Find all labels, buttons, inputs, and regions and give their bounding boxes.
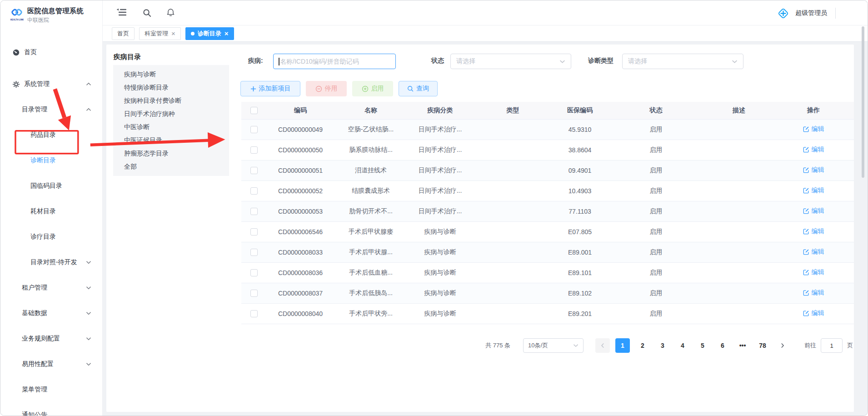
add-item-button[interactable]: 添加新项目 xyxy=(240,81,300,96)
tab-诊断目录[interactable]: 诊断目录× xyxy=(185,27,234,40)
page-button-2[interactable]: 2 xyxy=(635,338,650,353)
sidebar-item-label: 耗材目录 xyxy=(30,207,56,216)
disable-button[interactable]: 停用 xyxy=(306,81,347,96)
next-page-button[interactable] xyxy=(775,338,790,353)
catalog-item-疾病与诊断[interactable]: 疾病与诊断 xyxy=(113,68,229,81)
sidebar-item-首页[interactable]: 首页 xyxy=(0,40,102,65)
catalog-item-全部[interactable]: 全部 xyxy=(113,160,229,173)
medical-code-cell: 09.4901 xyxy=(553,160,607,180)
code-cell: CD0000000053 xyxy=(266,201,334,221)
page-button-1[interactable]: 1 xyxy=(615,338,630,353)
catalog-item-特慢病诊断目录[interactable]: 特慢病诊断目录 xyxy=(113,81,229,94)
sidebar-item-系统管理[interactable]: 系统管理 xyxy=(0,71,102,97)
collapse-sidebar-icon[interactable] xyxy=(116,8,126,16)
edit-button[interactable]: 编辑 xyxy=(803,186,824,195)
chevron-down-icon xyxy=(86,261,91,264)
tab-科室管理[interactable]: 科室管理× xyxy=(139,27,181,40)
row-checkbox[interactable] xyxy=(250,187,258,195)
chevron-down-icon xyxy=(573,344,579,347)
total-count: 共 775 条 xyxy=(485,341,510,350)
code-cell: CD0000000050 xyxy=(266,140,334,160)
type-cell xyxy=(473,160,553,180)
row-checkbox[interactable] xyxy=(250,310,258,317)
edit-button[interactable]: 编辑 xyxy=(803,309,824,317)
prev-page-button[interactable] xyxy=(595,338,610,353)
catalog-item-肿瘤形态学目录[interactable]: 肿瘤形态学目录 xyxy=(113,147,229,160)
page-button-4[interactable]: 4 xyxy=(675,338,690,353)
table-row: CD0000000053肋骨切开术不...日间手术治疗...77.1103启用编… xyxy=(241,201,854,221)
logo-links-icon: HEALTH LINK xyxy=(10,6,24,21)
page-button-5[interactable]: 5 xyxy=(695,338,710,353)
close-tab-icon[interactable]: × xyxy=(171,30,175,37)
search-icon[interactable] xyxy=(143,9,151,17)
chevron-down-icon xyxy=(732,60,738,64)
select-all-checkbox[interactable] xyxy=(250,107,258,114)
description-cell xyxy=(705,160,773,180)
edit-button[interactable]: 编辑 xyxy=(803,227,824,236)
edit-button[interactable]: 编辑 xyxy=(803,125,824,133)
status-cell: 启用 xyxy=(607,119,705,140)
edit-button[interactable]: 编辑 xyxy=(803,207,824,215)
tab-首页[interactable]: 首页 xyxy=(112,27,135,40)
goto-page-input[interactable] xyxy=(821,338,843,353)
page-button-3[interactable]: 3 xyxy=(655,338,670,353)
close-tab-icon[interactable]: × xyxy=(224,30,229,37)
actions-cell: 编辑 xyxy=(773,262,854,283)
row-select-cell xyxy=(241,180,266,201)
sidebar-item-目录管理[interactable]: 目录管理 xyxy=(0,97,102,122)
row-checkbox[interactable] xyxy=(250,146,258,154)
sidebar-item-耗材目录[interactable]: 耗材目录 xyxy=(0,199,102,224)
sidebar-item-业务规则配置[interactable]: 业务规则配置 xyxy=(0,326,102,351)
catalog-item-中医诊断[interactable]: 中医诊断 xyxy=(113,120,229,134)
sidebar-item-国临码目录[interactable]: 国临码目录 xyxy=(0,173,102,199)
page-size-value: 10条/页 xyxy=(528,341,548,350)
actions-cell: 编辑 xyxy=(773,180,854,201)
content-area: 疾病目录 疾病与诊断特慢病诊断目录按病种目录付费诊断日间手术治疗病种中医诊断中医… xyxy=(103,42,868,416)
sidebar-item-通知公告[interactable]: 通知公告 xyxy=(0,402,102,416)
sidebar-item-租户管理[interactable]: 租户管理 xyxy=(0,275,102,301)
edit-label: 编辑 xyxy=(812,309,824,317)
row-checkbox[interactable] xyxy=(250,249,258,256)
edit-button[interactable]: 编辑 xyxy=(803,145,824,154)
page-size-select[interactable]: 10条/页 xyxy=(523,338,584,353)
edit-button[interactable]: 编辑 xyxy=(803,166,824,174)
row-checkbox[interactable] xyxy=(250,126,258,133)
sidebar-item-诊疗目录[interactable]: 诊疗目录 xyxy=(0,224,102,250)
enable-button[interactable]: 启用 xyxy=(352,81,393,96)
description-cell xyxy=(705,140,773,160)
sidebar-item-易用性配置[interactable]: 易用性配置 xyxy=(0,351,102,377)
sidebar-item-基础数据[interactable]: 基础数据 xyxy=(0,301,102,326)
type-cell xyxy=(473,242,553,262)
user-menu[interactable]: 超级管理员 xyxy=(777,6,836,20)
sidebar-item-药品目录[interactable]: 药品目录 xyxy=(0,122,102,148)
sidebar-item-诊断目录[interactable]: 诊断目录 xyxy=(0,148,102,173)
edit-button[interactable]: 编辑 xyxy=(803,268,824,276)
page-button-78[interactable]: 78 xyxy=(755,338,770,353)
status-select[interactable]: 请选择 xyxy=(450,54,571,69)
row-select-cell xyxy=(241,221,266,242)
edit-button[interactable]: 编辑 xyxy=(803,289,824,297)
medical-cross-icon xyxy=(777,7,790,20)
catalog-item-中医证候目录[interactable]: 中医证候目录 xyxy=(113,134,229,147)
scrollbar-thumb[interactable] xyxy=(862,26,864,178)
disease-search-input[interactable] xyxy=(274,54,395,69)
bell-icon[interactable] xyxy=(166,8,175,17)
medical-code-cell: E89.201 xyxy=(553,303,607,324)
sidebar-item-菜单管理[interactable]: 菜单管理 xyxy=(0,377,102,402)
medical-code-cell: E89.101 xyxy=(553,262,607,283)
row-checkbox[interactable] xyxy=(250,208,258,215)
query-button[interactable]: 查询 xyxy=(399,81,438,96)
more-pages-button[interactable]: ••• xyxy=(735,338,750,353)
sidebar-item-目录对照-待开发[interactable]: 目录对照-待开发 xyxy=(0,250,102,275)
row-checkbox[interactable] xyxy=(250,228,258,236)
catalog-item-按病种目录付费诊断[interactable]: 按病种目录付费诊断 xyxy=(113,94,229,107)
page-button-6[interactable]: 6 xyxy=(715,338,730,353)
edit-label: 编辑 xyxy=(812,289,824,297)
row-checkbox[interactable] xyxy=(250,290,258,297)
diagnosis-type-select[interactable]: 请选择 xyxy=(622,54,743,69)
chevron-down-icon xyxy=(86,311,91,315)
catalog-item-日间手术治疗病种[interactable]: 日间手术治疗病种 xyxy=(113,107,229,120)
row-checkbox[interactable] xyxy=(250,167,258,174)
row-checkbox[interactable] xyxy=(250,269,258,276)
edit-button[interactable]: 编辑 xyxy=(803,248,824,256)
